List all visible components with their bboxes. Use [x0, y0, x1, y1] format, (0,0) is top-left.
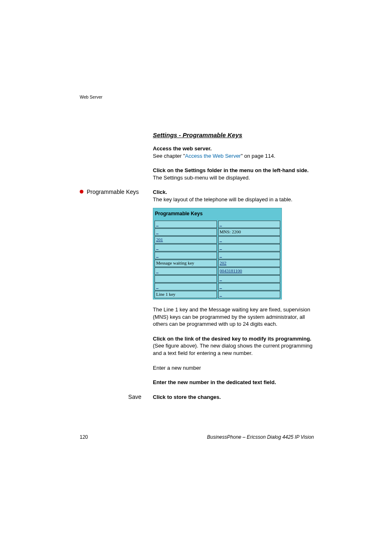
key-cell[interactable]: _ [218, 244, 281, 251]
key-cell[interactable]: _ [154, 252, 217, 259]
step-text: The Settings sub-menu will be displayed. [153, 175, 250, 181]
key-cell[interactable]: _ [154, 267, 217, 275]
key-cell[interactable]: _ [154, 283, 217, 290]
step-bold: Enter the new number in the dedicated te… [153, 379, 276, 385]
section-title: Settings - Programmable Keys [153, 131, 314, 138]
key-cell[interactable]: _ [218, 283, 281, 290]
key-cell[interactable]: _ [154, 244, 217, 251]
left-label-text: Programmable Keys [87, 189, 139, 195]
key-cell[interactable]: _ [218, 252, 281, 259]
enter-number-label: Enter a new number [153, 364, 314, 372]
key-cell[interactable]: _ [218, 221, 281, 228]
step-access-server: Access the web server. See chapter "Acce… [153, 145, 314, 159]
key-cell[interactable]: _ [218, 291, 281, 298]
step-bold: Access the web server. [153, 145, 212, 152]
key-cell [154, 275, 217, 283]
step-bold: Click on the link of the desired key to … [153, 336, 311, 342]
key-cell[interactable]: _ [218, 275, 281, 283]
programmable-keys-figure: Programmable Keys ___MNS: 2200201_____Me… [153, 208, 282, 299]
main-content: Settings - Programmable Keys Access the … [80, 131, 314, 401]
key-cell: MNS: 2200 [218, 228, 281, 236]
product-name: BusinessPhone – Ericsson Dialog 4425 IP … [207, 434, 314, 440]
key-grid: ___MNS: 2200201_____Message waiting key2… [153, 221, 281, 298]
step-text: (See figure above). The new dialog shows… [153, 343, 313, 356]
step-click-settings: Click on the Settings folder in the menu… [153, 167, 314, 181]
key-cell[interactable]: 202 [218, 260, 281, 267]
key-cell[interactable]: _ [154, 221, 217, 228]
figure-caption: The Line 1 key and the Message waiting k… [153, 306, 314, 328]
running-header: Web Server [80, 94, 102, 99]
step-click-link: Click on the link of the desired key to … [153, 335, 314, 357]
key-cell[interactable]: _ [154, 228, 217, 236]
key-cell[interactable]: 201 [154, 236, 217, 244]
step-text-post: " on page 114. [241, 153, 275, 159]
key-cell: Message waiting key [154, 260, 217, 267]
key-cell[interactable]: _ [218, 236, 281, 244]
page-footer: 120 BusinessPhone – Ericsson Dialog 4425… [80, 434, 314, 440]
save-left-label: Save [80, 394, 153, 400]
step-bold: Click. [153, 189, 167, 195]
step-bold: Click to store the changes. [153, 394, 221, 400]
figure-title: Programmable Keys [153, 208, 281, 221]
step-text-pre: See chapter " [153, 153, 185, 159]
step-enter-number: Enter the new number in the dedicated te… [153, 379, 314, 386]
bullet-icon [80, 190, 83, 193]
key-cell: Line 1 key [154, 291, 217, 298]
step-programmable-keys: Programmable Keys Click. The key layout … [80, 189, 314, 203]
key-cell[interactable]: 0043181100 [218, 267, 281, 275]
step-bold: Click on the Settings folder in the menu… [153, 167, 309, 173]
access-web-server-link[interactable]: Access the Web Server [185, 153, 241, 159]
page-number: 120 [80, 434, 88, 440]
step-text: The key layout of the telephone will be … [153, 196, 293, 203]
step-save: Save Click to store the changes. [80, 394, 314, 401]
